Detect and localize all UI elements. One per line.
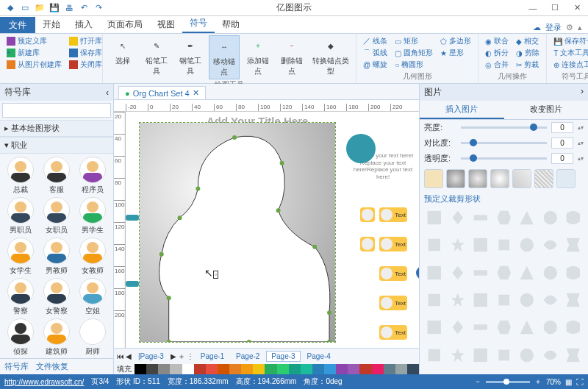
- btn-preset-lib[interactable]: 预定义库: [4, 35, 64, 47]
- avatar-item[interactable]: 厨师: [76, 318, 110, 357]
- crop-shape[interactable]: [470, 210, 491, 226]
- btn-crop[interactable]: ✂剪裁: [514, 59, 542, 71]
- crop-shape[interactable]: [424, 292, 445, 308]
- crop-shape[interactable]: [424, 210, 445, 226]
- crop-shape[interactable]: [470, 237, 491, 253]
- avatar-item[interactable]: 女教师: [76, 238, 110, 276]
- avatar-item[interactable]: 女学生: [3, 238, 37, 276]
- menu-tab-layout[interactable]: 页面布局: [100, 16, 150, 33]
- crop-shape[interactable]: [540, 237, 561, 253]
- crop-shape[interactable]: [470, 265, 491, 281]
- color-swatch[interactable]: [146, 364, 158, 374]
- ribbon-collapse-icon[interactable]: ▴: [578, 23, 582, 32]
- org-card[interactable]: [360, 207, 375, 222]
- qat-redo-icon[interactable]: ↷: [93, 2, 104, 14]
- color-swatch[interactable]: [158, 364, 170, 374]
- stepper-icon[interactable]: ▴▾: [578, 155, 584, 162]
- btn-subtract[interactable]: ◑剪除: [514, 47, 542, 59]
- btn-ellipse[interactable]: ○椭圆形: [392, 59, 435, 71]
- avatar-item[interactable]: 总裁: [3, 157, 37, 195]
- org-card[interactable]: Text: [379, 296, 407, 310]
- cloud-icon[interactable]: ☁: [533, 23, 541, 32]
- avatar-item[interactable]: 男职员: [3, 197, 37, 235]
- btn-save-symbol[interactable]: 💾保存符号: [551, 35, 588, 47]
- avatar-item[interactable]: 男学生: [76, 197, 110, 235]
- slider-thumb[interactable]: [470, 154, 477, 162]
- crop-shape[interactable]: [424, 347, 445, 363]
- avatar-item[interactable]: 警察: [3, 278, 37, 316]
- btn-rect[interactable]: ▭矩形: [392, 35, 435, 47]
- avatar-item[interactable]: 建筑师: [39, 318, 74, 357]
- color-swatch[interactable]: [384, 364, 395, 374]
- menu-tab-help[interactable]: 帮助: [215, 16, 247, 33]
- color-swatch[interactable]: [170, 364, 182, 374]
- btn-save-lib[interactable]: 保存库: [67, 47, 104, 59]
- org-card[interactable]: Text: [379, 325, 407, 340]
- zoom-in-icon[interactable]: ＋: [534, 376, 542, 387]
- btn-arc[interactable]: ⌒弧线: [361, 47, 390, 59]
- crop-shape[interactable]: [517, 237, 537, 253]
- filter-thumb[interactable]: [424, 169, 443, 188]
- btn-pencil[interactable]: ✎铅笔工具: [141, 35, 172, 78]
- crop-shape[interactable]: [448, 265, 468, 281]
- crop-shape[interactable]: [448, 292, 468, 308]
- gear-icon[interactable]: ⚙: [566, 23, 573, 32]
- crop-shape[interactable]: [494, 265, 514, 281]
- crop-shape[interactable]: [424, 319, 445, 335]
- filter-thumb[interactable]: [534, 169, 553, 188]
- slider-thumb[interactable]: [470, 139, 477, 146]
- btn-open-lib[interactable]: 打开库: [67, 35, 104, 47]
- color-swatch[interactable]: [277, 364, 289, 374]
- crop-shape[interactable]: [517, 347, 537, 363]
- menu-tab-insert[interactable]: 插入: [68, 16, 100, 33]
- crop-shape[interactable]: [517, 210, 537, 226]
- btn-new-lib[interactable]: +新建库: [4, 47, 64, 59]
- crop-shape[interactable]: [424, 265, 445, 281]
- avatar-item[interactable]: 女警察: [39, 278, 74, 316]
- color-swatch[interactable]: [241, 364, 253, 374]
- btn-line[interactable]: ／线条: [361, 35, 390, 47]
- filter-thumb[interactable]: [446, 169, 465, 188]
- crop-shape[interactable]: [563, 292, 584, 308]
- window-close[interactable]: ✕: [566, 0, 588, 16]
- slider-value[interactable]: 0: [551, 138, 573, 149]
- crop-shape[interactable]: [517, 265, 537, 281]
- crop-shape[interactable]: [540, 292, 561, 308]
- cat-job[interactable]: ▾职业: [0, 137, 113, 154]
- color-swatch[interactable]: [312, 364, 324, 374]
- btn-conn-tool[interactable]: ⊕连接点工具: [551, 59, 588, 71]
- slider-track[interactable]: [461, 157, 547, 160]
- color-swatch[interactable]: [324, 364, 336, 374]
- color-swatch[interactable]: [348, 364, 359, 374]
- page-prev-icon[interactable]: ◀: [126, 352, 132, 360]
- zoom-slider-thumb[interactable]: [503, 379, 509, 385]
- page-tab[interactable]: Page-3: [266, 351, 300, 362]
- window-minimize[interactable]: —: [522, 0, 544, 16]
- doc-tab[interactable]: ●Org Chart Set 4✕: [118, 86, 206, 99]
- crop-shape[interactable]: [494, 347, 514, 363]
- filter-thumb[interactable]: [556, 169, 576, 188]
- crop-shape[interactable]: [448, 347, 468, 363]
- org-side-card[interactable]: [126, 215, 139, 221]
- color-swatch[interactable]: [265, 364, 276, 374]
- crop-shape[interactable]: [563, 210, 584, 226]
- crop-shape[interactable]: [448, 237, 468, 253]
- color-swatch[interactable]: [301, 364, 312, 374]
- page-tab[interactable]: Page-4: [302, 351, 336, 362]
- qat-save-icon[interactable]: 💾: [49, 2, 60, 14]
- crop-shape[interactable]: [517, 292, 537, 308]
- btn-lib-from-img[interactable]: 从图片创建库: [4, 59, 64, 71]
- org-card[interactable]: [360, 237, 375, 251]
- btn-add-anchor[interactable]: ＋添加锚点: [243, 35, 273, 78]
- page-first-icon[interactable]: ⏮: [117, 352, 124, 360]
- left-foot-recover[interactable]: 文件恢复: [36, 361, 68, 372]
- crop-shape[interactable]: [517, 319, 537, 335]
- menu-tab-view[interactable]: 视图: [150, 16, 182, 33]
- color-swatch[interactable]: [407, 364, 419, 374]
- btn-split[interactable]: ◐拆分: [483, 47, 511, 59]
- color-swatch[interactable]: [253, 364, 265, 374]
- btn-del-anchor[interactable]: －删除锚点: [276, 35, 307, 78]
- crop-shape[interactable]: [470, 347, 491, 363]
- page-next-icon[interactable]: ▶: [171, 352, 176, 360]
- page-tab[interactable]: Page-1: [196, 351, 229, 362]
